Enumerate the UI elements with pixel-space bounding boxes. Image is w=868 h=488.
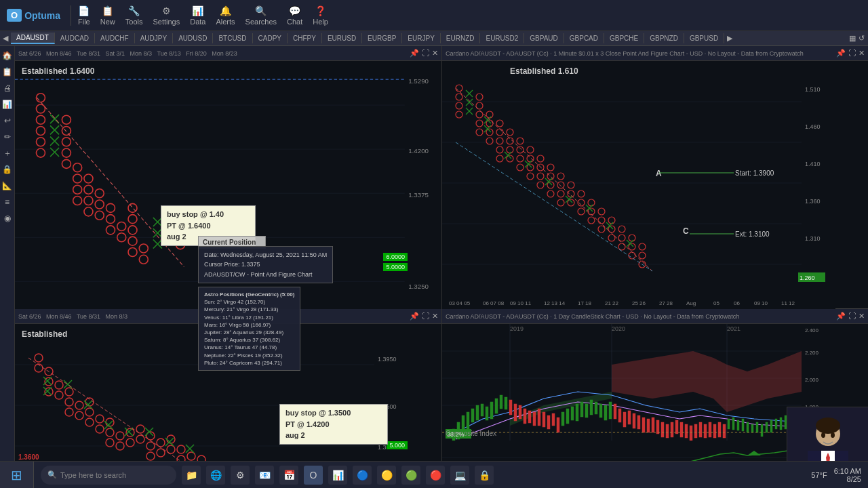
- sidebar-menu-icon[interactable]: ≡: [1, 196, 14, 208]
- chart-bottom-close-btn[interactable]: ✕: [432, 312, 438, 321]
- sidebar-clipboard-icon[interactable]: 📋: [1, 66, 14, 78]
- left-top-chart-toolbar: 📌 ⛶ ✕: [410, 49, 438, 58]
- crosshair-chart: ADAUSDT/CW - Point And Figure Chart: [204, 270, 327, 279]
- tooltip2-line2: PT @ 1.4200: [285, 419, 382, 430]
- sidebar-lock-icon[interactable]: 🔒: [1, 163, 14, 176]
- right-bottom-expand-btn[interactable]: ⛶: [848, 312, 856, 321]
- menu-searches[interactable]: 🔍 Searches: [245, 5, 277, 26]
- tab-btcusd[interactable]: BTCUSD: [213, 33, 252, 43]
- svg-text:09 10 11: 09 10 11: [510, 300, 532, 306]
- taskbar-settings[interactable]: ⚙: [231, 466, 250, 485]
- taskbar-app2[interactable]: 📊: [328, 466, 347, 485]
- tab-gbpche[interactable]: GBPCHE: [604, 33, 644, 43]
- taskbar-app8[interactable]: 🔒: [475, 466, 494, 485]
- taskbar-app7[interactable]: 💻: [450, 466, 469, 485]
- menu-tools[interactable]: 🔧 Tools: [125, 5, 143, 26]
- tab-audjpy[interactable]: AUDJPY: [135, 33, 173, 43]
- svg-text:25 26: 25 26: [632, 300, 646, 306]
- taskbar-app4[interactable]: 🟡: [377, 466, 396, 485]
- svg-rect-322: [580, 402, 583, 417]
- menu-data[interactable]: 📊 Data: [190, 5, 205, 26]
- svg-rect-357: [747, 422, 749, 432]
- svg-point-396: [821, 432, 825, 438]
- sidebar-chart-icon[interactable]: 📊: [1, 98, 14, 110]
- right-bottom-pin-btn[interactable]: 📌: [836, 312, 846, 321]
- taskbar-search[interactable]: 🔍 Type here to search: [41, 466, 176, 485]
- tab-nav-right[interactable]: ▶: [724, 34, 735, 43]
- svg-text:C: C: [683, 226, 689, 236]
- taskbar-edge[interactable]: 🌐: [206, 466, 225, 485]
- sidebar-add-icon[interactable]: ＋: [1, 147, 14, 159]
- sidebar-undo-icon[interactable]: ↩: [1, 115, 14, 127]
- taskbar-app6[interactable]: 🔴: [426, 466, 445, 485]
- taskbar-app3[interactable]: 🔵: [353, 466, 372, 485]
- left-panel: Sat 6/26 Mon 8/46 Tue 8/31 Sat 3/1 Mon 8…: [15, 46, 442, 474]
- chart-bottom-expand-btn[interactable]: ⛶: [422, 312, 429, 321]
- taskbar-calendar[interactable]: 📅: [279, 466, 298, 485]
- tab-eurgbp[interactable]: EURGBP: [362, 33, 402, 43]
- tab-gbpcad[interactable]: GBPCAD: [564, 33, 604, 43]
- tab-eurnzd[interactable]: EURNZD: [441, 33, 481, 43]
- tab-gbpaud[interactable]: GBPAUD: [524, 33, 564, 43]
- sidebar-pen-icon[interactable]: ✏: [1, 131, 14, 143]
- right-panel: Cardano AD/AUSDT - ADAUSDT (Cc) · 1 Minu…: [442, 46, 868, 474]
- svg-text:2020: 2020: [612, 325, 625, 332]
- menu-file[interactable]: 📄 File: [78, 5, 90, 26]
- right-chart-expand-btn[interactable]: ⛶: [848, 49, 856, 58]
- menu-new[interactable]: 📋 New: [100, 5, 115, 26]
- right-chart-close-btn[interactable]: ✕: [859, 49, 865, 58]
- svg-rect-329: [614, 404, 616, 419]
- svg-rect-300: [476, 405, 479, 420]
- chart-expand-btn[interactable]: ⛶: [422, 49, 429, 58]
- tab-nav-left[interactable]: ◀: [0, 34, 11, 43]
- menu-alerts[interactable]: 🔔 Alerts: [216, 5, 235, 26]
- taskbar-mail[interactable]: 📧: [255, 466, 274, 485]
- tab-audchf[interactable]: AUDCHF: [95, 33, 135, 43]
- tab-eurusd[interactable]: EURUSD: [322, 33, 362, 43]
- tab-audcad[interactable]: AUDCAD: [55, 33, 95, 43]
- svg-rect-310: [524, 409, 526, 424]
- menu-chat[interactable]: 💬 Chat: [287, 5, 302, 26]
- tab-adausdt[interactable]: ADAUSDT: [11, 33, 55, 44]
- taskbar-app1[interactable]: O: [304, 466, 323, 485]
- tab-gbpnzd[interactable]: GBPNZD: [644, 33, 684, 43]
- start-button[interactable]: ⊞: [0, 462, 34, 489]
- svg-rect-342: [675, 420, 678, 434]
- tab-chfpy[interactable]: CHFPY: [288, 33, 322, 43]
- svg-rect-335: [642, 418, 645, 432]
- refresh-btn[interactable]: ↺: [859, 34, 865, 43]
- svg-rect-341: [671, 422, 673, 437]
- tab-eurusd2[interactable]: EURUSD2: [480, 33, 524, 43]
- taskbar-app5[interactable]: 🟢: [401, 466, 420, 485]
- tile-view-btn[interactable]: ▦: [849, 34, 856, 43]
- right-chart-pin-btn[interactable]: 📌: [836, 49, 846, 58]
- svg-rect-337: [652, 418, 654, 432]
- svg-rect-351: [718, 422, 721, 437]
- left-bottom-chart-title: Sat 6/26 Mon 8/46 Tue 8/31 Mon 8/3: [18, 313, 127, 320]
- chart-close-btn[interactable]: ✕: [432, 49, 438, 58]
- chart-pin-btn[interactable]: 📌: [410, 49, 419, 58]
- sidebar-home-icon[interactable]: 🏠: [1, 49, 14, 62]
- svg-text:1.360: 1.360: [805, 198, 821, 205]
- tab-gbpusd[interactable]: GBPUSD: [684, 33, 724, 43]
- tab-audusd[interactable]: AUDUSD: [173, 33, 213, 43]
- green-marker-2: 5.0000: [383, 263, 408, 271]
- sidebar-ruler-icon[interactable]: 📐: [1, 180, 14, 192]
- taskbar-file-explorer[interactable]: 📁: [182, 466, 201, 485]
- tab-eurjpy[interactable]: EURJPY: [402, 33, 440, 43]
- svg-text:21 22: 21 22: [605, 300, 619, 306]
- sidebar-circle-icon[interactable]: ◉: [1, 212, 14, 224]
- svg-text:1.5290: 1.5290: [408, 77, 429, 85]
- svg-rect-312: [533, 412, 536, 426]
- sidebar-print-icon[interactable]: 🖨: [1, 82, 14, 94]
- svg-rect-343: [680, 422, 683, 437]
- menu-help[interactable]: ❓ Help: [313, 5, 328, 26]
- svg-rect-345: [690, 426, 692, 441]
- svg-rect-323: [585, 404, 588, 418]
- astro-neptune: Neptune: 22° Pisces 19 (352.32): [204, 352, 294, 359]
- chart-bottom-pin-btn[interactable]: 📌: [410, 312, 419, 321]
- right-bottom-close-btn[interactable]: ✕: [859, 312, 865, 321]
- menu-settings[interactable]: ⚙ Settings: [153, 5, 180, 26]
- svg-rect-332: [628, 411, 631, 424]
- tab-cadpy[interactable]: CADPY: [253, 33, 288, 43]
